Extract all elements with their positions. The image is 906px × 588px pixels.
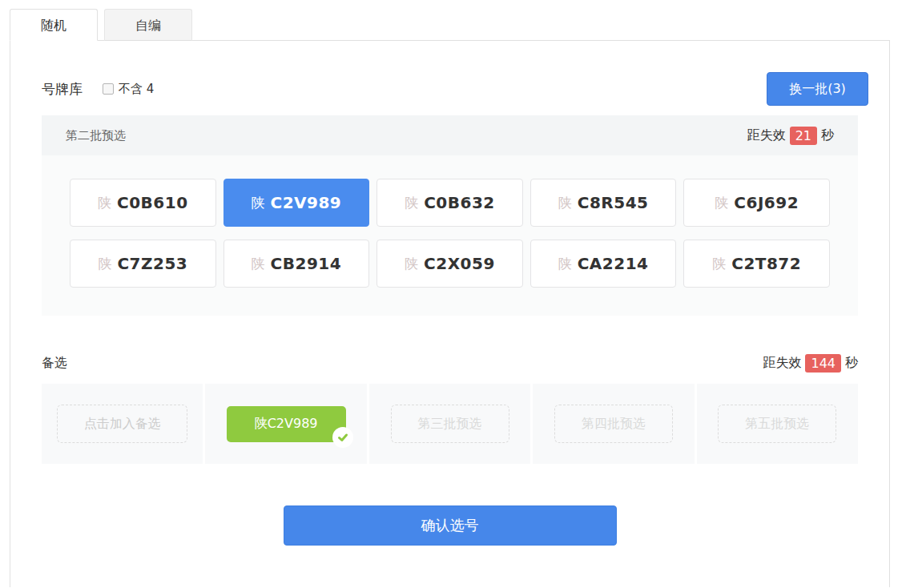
- expiry-suffix: 秒: [821, 127, 834, 144]
- plate-number: C2V989: [270, 193, 341, 212]
- confirm-selection-button[interactable]: 确认选号: [284, 505, 617, 546]
- batch3-placeholder-slot: 第三批预选: [391, 405, 509, 443]
- batch5-placeholder-slot: 第五批预选: [718, 405, 836, 443]
- plate-number: CB2914: [271, 254, 342, 273]
- plate-number: C7Z253: [117, 254, 187, 273]
- expiry-suffix: 秒: [845, 355, 858, 372]
- plate-number: CA2214: [578, 254, 649, 273]
- plate-option[interactable]: 陕 C7Z253: [70, 240, 216, 288]
- tab-random[interactable]: 随机: [10, 9, 98, 41]
- plate-option[interactable]: 陕 C0B632: [376, 179, 523, 227]
- batch-title: 第二批预选: [66, 128, 126, 143]
- plate-province: 陕: [98, 194, 111, 212]
- add-to-alternatives-button[interactable]: 点击加入备选: [57, 405, 187, 443]
- plate-grid: 陕 C0B610 陕 C2V989 陕 C0B632 陕 C8R545: [70, 179, 830, 288]
- plate-province: 陕: [405, 255, 418, 273]
- plate-province: 陕: [252, 255, 265, 273]
- exclude-4-filter[interactable]: 不含 4: [103, 82, 154, 97]
- alternative-slot-cell: 点击加入备选: [42, 384, 203, 464]
- plate-number: C6J692: [734, 193, 799, 212]
- alternatives-title: 备选: [42, 355, 67, 372]
- pool-header-row: 号牌库 不含 4 换一批(3): [42, 72, 868, 106]
- alternative-slot-cell: 陕C2V989: [205, 384, 366, 464]
- plate-province: 陕: [715, 194, 728, 212]
- plate-option[interactable]: 陕 CB2914: [223, 240, 370, 288]
- refresh-batch-button[interactable]: 换一批(3): [767, 72, 868, 106]
- plate-number: C8R545: [578, 193, 649, 212]
- plate-option[interactable]: 陕 C2X059: [376, 240, 523, 288]
- exclude-4-label: 不含 4: [119, 82, 154, 97]
- batch-expiry: 距失效 21 秒: [747, 127, 834, 145]
- plate-province: 陕: [558, 255, 572, 273]
- tab-custom[interactable]: 自编: [104, 9, 192, 41]
- batch-header: 第二批预选 距失效 21 秒: [42, 115, 858, 155]
- plate-number: C0B632: [424, 193, 495, 212]
- plate-option-selected[interactable]: 陕 C2V989: [223, 179, 370, 227]
- plate-province: 陕: [251, 194, 264, 212]
- alternative-slot-cell: 第三批预选: [369, 384, 530, 464]
- alternative-plate-label: 陕C2V989: [255, 416, 318, 433]
- alternative-slot-cell: 第五批预选: [697, 384, 858, 464]
- plate-province: 陕: [712, 255, 726, 273]
- plate-number: C2X059: [424, 254, 495, 273]
- pool-title: 号牌库: [42, 80, 83, 99]
- batch-body: 陕 C0B610 陕 C2V989 陕 C0B632 陕 C8R545: [42, 155, 858, 316]
- alternatives-expiry: 距失效 144 秒: [763, 354, 858, 373]
- alternative-slot-cell: 第四批预选: [533, 384, 694, 464]
- expiry-prefix: 距失效: [763, 355, 801, 372]
- plate-option[interactable]: 陕 C0B610: [70, 179, 216, 227]
- plate-option[interactable]: 陕 C8R545: [530, 179, 677, 227]
- check-icon: [332, 427, 353, 448]
- exclude-4-checkbox[interactable]: [103, 83, 114, 95]
- expiry-prefix: 距失效: [747, 127, 786, 144]
- plate-option[interactable]: 陕 C6J692: [683, 179, 830, 227]
- alternative-selected-plate[interactable]: 陕C2V989: [227, 406, 346, 442]
- tab-bar: 随机 自编: [10, 9, 890, 41]
- plate-province: 陕: [98, 255, 111, 273]
- plate-number: C2T872: [731, 254, 801, 273]
- batch-section: 第二批预选 距失效 21 秒 陕 C0B610 陕 C2V989: [42, 115, 858, 316]
- alternatives-header: 备选 距失效 144 秒: [42, 354, 858, 373]
- plate-province: 陕: [558, 194, 572, 212]
- plate-option[interactable]: 陕 C2T872: [683, 240, 830, 288]
- tab-panel: 号牌库 不含 4 换一批(3) 第二批预选 距失效 21 秒 陕: [10, 40, 890, 587]
- plate-province: 陕: [405, 194, 418, 212]
- plate-number: C0B610: [117, 193, 188, 212]
- alternatives-countdown-badge: 144: [805, 354, 841, 373]
- batch4-placeholder-slot: 第四批预选: [554, 405, 673, 443]
- batch-countdown-badge: 21: [790, 127, 817, 145]
- plate-option[interactable]: 陕 CA2214: [530, 240, 677, 288]
- alternatives-row: 点击加入备选 陕C2V989 第三批预选 第四批预选 第五: [42, 384, 858, 464]
- plate-selection-app: 随机 自编 号牌库 不含 4 换一批(3) 第二批预选 距失效 21 秒: [10, 9, 890, 587]
